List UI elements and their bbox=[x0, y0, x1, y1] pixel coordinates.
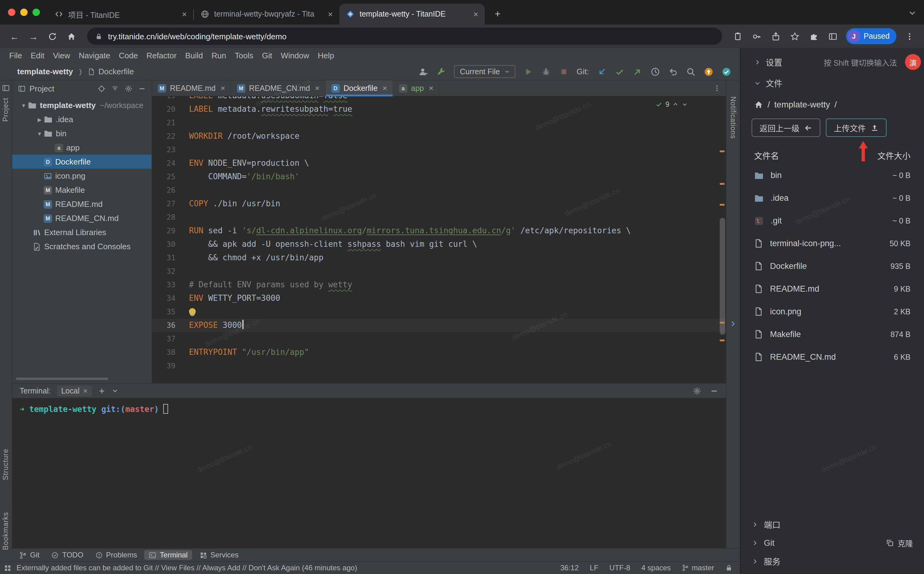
file-row-readme-cn-md[interactable]: README_CN.md6 KB bbox=[740, 345, 924, 368]
terminal-settings-button[interactable] bbox=[693, 386, 701, 395]
editor-scrollbar[interactable] bbox=[720, 218, 725, 334]
tree-item-template-wetty[interactable]: ▼template-wetty~/workspace bbox=[12, 98, 152, 112]
menu-tools[interactable]: Tools bbox=[230, 49, 258, 62]
breadcrumb-project[interactable]: template-wetty bbox=[17, 67, 73, 76]
toolwindow-switcher-icon[interactable] bbox=[4, 564, 12, 572]
code-line[interactable]: 31 && chmod +x /usr/bin/app bbox=[152, 251, 726, 265]
browser-tab[interactable]: terminal-wetty-bwqryafz - Tita× bbox=[194, 4, 339, 25]
toolwindow-button-problems[interactable]: Problems bbox=[91, 550, 141, 560]
stripe-mark[interactable] bbox=[720, 150, 724, 152]
toolwindow-button-todo[interactable]: TODO bbox=[47, 550, 88, 560]
editor-tab-readme-cn-md[interactable]: MREADME_CN.md× bbox=[231, 80, 326, 96]
stripe-structure-button[interactable]: Structure bbox=[2, 449, 9, 480]
code-line[interactable]: 34ENV WETTY_PORT=3000 bbox=[152, 292, 726, 305]
editor-tab-app[interactable]: aapp× bbox=[393, 80, 440, 96]
terminal-output[interactable]: ➜ template-wetty git:(master) bbox=[12, 399, 726, 548]
code-line[interactable]: 24ENV NODE_ENV=production \ bbox=[152, 156, 726, 170]
toolwindow-button-git[interactable]: Git bbox=[15, 550, 44, 560]
tree-item-dockerfile[interactable]: DDockerfile bbox=[12, 155, 152, 169]
reload-button[interactable] bbox=[44, 28, 61, 44]
caret-position[interactable]: 36:12 bbox=[560, 564, 578, 572]
terminal-tab-local[interactable]: Local × bbox=[57, 385, 92, 396]
menu-file[interactable]: File bbox=[5, 49, 27, 62]
settings-section-toggle[interactable]: 设置 bbox=[754, 56, 782, 68]
status-link[interactable]: Don't Ask Again bbox=[248, 564, 300, 572]
menu-help[interactable]: Help bbox=[314, 49, 339, 62]
menu-run[interactable]: Run bbox=[207, 49, 231, 62]
line-separator[interactable]: LF bbox=[590, 564, 599, 572]
status-link[interactable]: View Files bbox=[161, 564, 195, 572]
bookmark-star-button[interactable] bbox=[786, 28, 803, 44]
code-line[interactable]: 23 bbox=[152, 143, 726, 156]
code-line[interactable]: 29RUN sed -i 's/dl-cdn.alpinelinux.org/m… bbox=[152, 224, 726, 238]
collaborators-button[interactable] bbox=[419, 66, 429, 76]
back-button[interactable]: ← bbox=[6, 28, 23, 44]
toolwindow-button-services[interactable]: Services bbox=[195, 550, 243, 560]
search-everywhere-button[interactable] bbox=[686, 66, 696, 76]
chevron-down-icon[interactable]: ▼ bbox=[36, 131, 44, 137]
password-key-button[interactable] bbox=[748, 28, 765, 44]
tree-item-app[interactable]: aapp bbox=[12, 140, 152, 155]
profile-chip[interactable]: J Paused bbox=[846, 28, 896, 44]
inspections-widget[interactable]: 9 bbox=[655, 101, 688, 108]
demo-record-badge[interactable]: 演 bbox=[905, 54, 921, 70]
code-line[interactable]: 26 bbox=[152, 184, 726, 197]
browser-tab[interactable]: 项目 - TitanIDE× bbox=[48, 4, 193, 25]
build-button[interactable] bbox=[437, 66, 446, 76]
breadcrumb-file[interactable]: Dockerfile bbox=[88, 67, 134, 76]
git-branch[interactable]: master bbox=[682, 564, 714, 572]
tree-item-icon-png[interactable]: icon.png bbox=[12, 169, 152, 183]
tree-item-external-libraries[interactable]: External Libraries bbox=[12, 225, 152, 240]
path-project[interactable]: template-wetty bbox=[774, 99, 830, 109]
code-line[interactable]: 35 bbox=[152, 305, 726, 319]
tree-item-scratches-and-consoles[interactable]: Scratches and Consoles bbox=[12, 240, 152, 254]
close-tab-button[interactable]: × bbox=[179, 9, 190, 19]
code-line[interactable]: 37 bbox=[152, 332, 726, 345]
git-update-button[interactable] bbox=[597, 66, 607, 76]
close-tab-button[interactable]: × bbox=[325, 9, 336, 19]
code-line[interactable]: 30 && apk add -U openssh-client sshpass … bbox=[152, 238, 726, 251]
section-git[interactable]: Git克隆 bbox=[740, 533, 924, 552]
tree-item-bin[interactable]: ▼bin bbox=[12, 126, 152, 140]
clipboard-button[interactable] bbox=[729, 28, 746, 44]
code-line[interactable]: 28 bbox=[152, 211, 726, 224]
menu-refactor[interactable]: Refactor bbox=[142, 49, 181, 62]
menu-view[interactable]: View bbox=[49, 49, 75, 62]
file-row--git[interactable]: .git~ 0 B bbox=[740, 209, 924, 232]
file-row-readme-md[interactable]: README.md9 KB bbox=[740, 278, 924, 300]
menu-code[interactable]: Code bbox=[115, 49, 142, 62]
indent-style[interactable]: 4 spaces bbox=[641, 564, 671, 572]
toolwindow-button-terminal[interactable]: Terminal bbox=[145, 550, 192, 560]
close-terminal-tab-icon[interactable]: × bbox=[83, 386, 87, 395]
undo-button[interactable] bbox=[668, 66, 678, 76]
maximize-window-button[interactable] bbox=[33, 9, 40, 16]
git-push-button[interactable] bbox=[633, 66, 643, 76]
editor-tab-dockerfile[interactable]: DDockerfile× bbox=[326, 80, 393, 96]
history-button[interactable] bbox=[651, 66, 660, 76]
new-terminal-button[interactable] bbox=[98, 387, 105, 394]
file-encoding[interactable]: UTF-8 bbox=[610, 564, 630, 572]
tree-item-readme-md[interactable]: MREADME.md bbox=[12, 197, 152, 211]
stripe-mark[interactable] bbox=[720, 204, 724, 206]
code-line[interactable]: 25 COMMAND='/bin/bash' bbox=[152, 170, 726, 184]
terminal-options-button[interactable] bbox=[112, 387, 118, 394]
address-bar[interactable]: try.titanide.cn/ide/web/coding/template-… bbox=[87, 28, 722, 45]
horizontal-scrollbar[interactable] bbox=[16, 378, 108, 380]
code-line[interactable]: 22WORKDIR /root/workspace bbox=[152, 129, 726, 143]
git-commit-button[interactable] bbox=[615, 66, 625, 76]
chevron-right-icon[interactable]: ▶ bbox=[36, 116, 44, 123]
menu-navigate[interactable]: Navigate bbox=[75, 49, 115, 62]
close-tab-button[interactable]: × bbox=[471, 9, 481, 19]
editor-tab-readme-md[interactable]: MREADME.md× bbox=[152, 80, 231, 96]
go-up-button[interactable]: 返回上一级 bbox=[751, 118, 820, 137]
minimize-window-button[interactable] bbox=[20, 9, 28, 16]
close-editor-tab-icon[interactable]: × bbox=[429, 84, 434, 93]
stripe-notifications-button[interactable]: Notifications bbox=[729, 96, 737, 139]
code-line[interactable]: 39 bbox=[152, 359, 726, 373]
close-editor-tab-icon[interactable]: × bbox=[315, 84, 320, 93]
code-line[interactable]: 36EXPOSE 3000 bbox=[152, 319, 726, 332]
close-editor-tab-icon[interactable]: × bbox=[383, 84, 387, 93]
code-line[interactable]: 32 bbox=[152, 265, 726, 278]
tree-item-readme-cn-md[interactable]: MREADME_CN.md bbox=[12, 211, 152, 225]
collapse-all-button[interactable] bbox=[111, 84, 119, 92]
